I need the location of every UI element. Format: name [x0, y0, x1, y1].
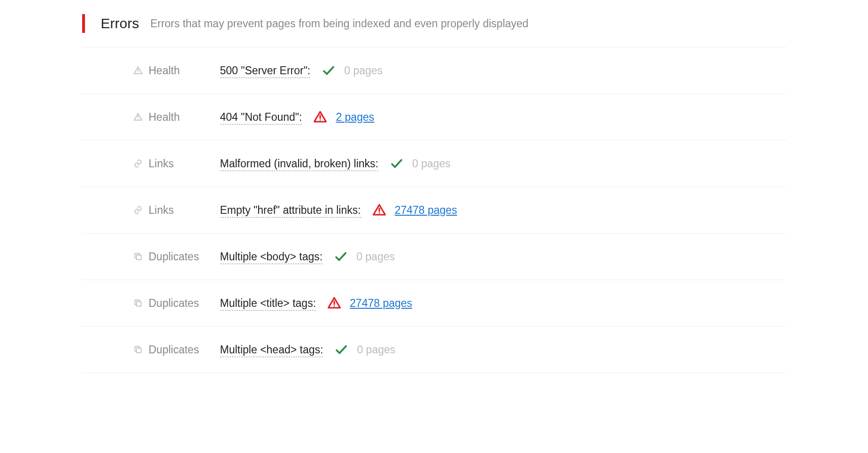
category-label: Links	[149, 204, 174, 217]
svg-point-1	[138, 72, 138, 73]
issue-label[interactable]: Multiple <head> tags:	[220, 344, 323, 357]
svg-point-3	[138, 119, 138, 119]
issue-label[interactable]: 500 "Server Error":	[220, 64, 311, 78]
error-row: LinksEmpty "href" attribute in links:274…	[82, 187, 786, 234]
svg-point-11	[334, 305, 335, 307]
section-accent-bar	[82, 14, 85, 33]
page-count: 0 pages	[356, 250, 395, 263]
section-title: Errors	[101, 16, 139, 31]
issue-cell: Multiple <title> tags:	[220, 297, 316, 310]
issue-cell: Multiple <head> tags:	[220, 344, 323, 356]
svg-point-7	[378, 212, 380, 214]
page-count: 0 pages	[344, 64, 383, 77]
page-count-link[interactable]: 27478 pages	[350, 297, 412, 310]
category-label: Duplicates	[149, 297, 199, 310]
category-label: Health	[149, 111, 180, 124]
category-cell: Links	[133, 204, 220, 217]
alert-icon	[327, 296, 341, 310]
error-row: DuplicatesMultiple <title> tags:27478 pa…	[82, 280, 786, 327]
category-label: Health	[149, 64, 180, 77]
issue-label[interactable]: Multiple <title> tags:	[220, 297, 316, 311]
category-label: Duplicates	[149, 250, 199, 263]
error-row: DuplicatesMultiple <body> tags:0 pages	[82, 234, 786, 280]
copy-icon	[133, 344, 143, 355]
issue-label[interactable]: Multiple <body> tags:	[220, 250, 323, 264]
copy-icon	[133, 298, 143, 308]
svg-rect-9	[136, 302, 141, 306]
issue-label[interactable]: 404 "Not Found":	[220, 111, 302, 125]
page-count: 0 pages	[412, 157, 451, 170]
svg-rect-12	[136, 348, 141, 353]
errors-panel: Errors Errors that may prevent pages fro…	[82, 0, 786, 373]
category-cell: Health	[133, 111, 220, 124]
issue-label[interactable]: Malformed (invalid, broken) links:	[220, 157, 378, 171]
svg-rect-8	[136, 255, 141, 260]
category-cell: Duplicates	[133, 250, 220, 263]
issue-cell: Empty "href" attribute in links:	[220, 204, 361, 217]
link-icon	[133, 205, 143, 215]
category-cell: Health	[133, 64, 220, 77]
check-icon	[334, 250, 348, 264]
alert-icon	[313, 110, 327, 124]
issue-cell: Malformed (invalid, broken) links:	[220, 157, 378, 170]
category-cell: Links	[133, 157, 220, 170]
check-icon	[390, 156, 404, 171]
page-count-link[interactable]: 2 pages	[336, 111, 374, 124]
copy-icon	[133, 251, 143, 262]
section-header: Errors Errors that may prevent pages fro…	[82, 0, 786, 47]
page-count: 0 pages	[357, 344, 395, 356]
page-count-link[interactable]: 27478 pages	[395, 204, 457, 217]
category-label: Duplicates	[149, 344, 199, 356]
errors-rows: Health500 "Server Error":0 pagesHealth40…	[82, 47, 786, 373]
check-icon	[322, 63, 336, 78]
category-label: Links	[149, 157, 174, 170]
svg-point-5	[320, 119, 321, 121]
check-icon	[334, 343, 348, 357]
section-subtitle: Errors that may prevent pages from being…	[150, 17, 528, 30]
category-cell: Duplicates	[133, 297, 220, 310]
error-row: Health404 "Not Found":2 pages	[82, 94, 786, 141]
category-cell: Duplicates	[133, 344, 220, 356]
issue-cell: Multiple <body> tags:	[220, 250, 323, 263]
warn-triangle-icon	[133, 112, 143, 122]
alert-icon	[372, 203, 386, 217]
error-row: DuplicatesMultiple <head> tags:0 pages	[82, 327, 786, 373]
link-icon	[133, 158, 143, 169]
warn-triangle-icon	[133, 65, 143, 76]
error-row: LinksMalformed (invalid, broken) links:0…	[82, 141, 786, 187]
issue-cell: 500 "Server Error":	[220, 64, 311, 77]
error-row: Health500 "Server Error":0 pages	[82, 47, 786, 94]
issue-cell: 404 "Not Found":	[220, 111, 302, 124]
issue-label[interactable]: Empty "href" attribute in links:	[220, 204, 361, 218]
